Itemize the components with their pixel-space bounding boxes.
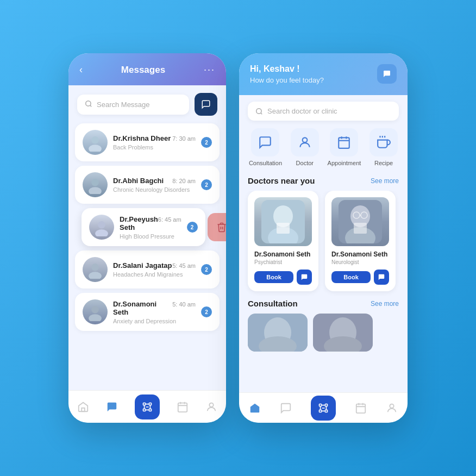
svg-rect-56	[319, 410, 321, 412]
svg-point-8	[91, 264, 99, 271]
nav-messages[interactable]	[101, 398, 123, 416]
back-button[interactable]: ‹	[79, 64, 83, 76]
doctors-list: Dr.Sonamoni Seth Psychiatrist Book	[239, 191, 408, 297]
message-list: Dr.Krishna Dheer 7: 30 am Back Problems …	[68, 123, 226, 331]
doctor-specialty: Neurologist	[331, 259, 389, 265]
consultation-title: Consultation	[248, 299, 298, 308]
svg-rect-55	[325, 404, 327, 406]
scan-active-button[interactable]	[135, 394, 160, 419]
unread-badge: 2	[201, 306, 212, 317]
nav-home[interactable]	[243, 399, 266, 417]
appointment-icon	[330, 128, 358, 156]
messages-header: ‹ Messages ···	[68, 53, 226, 85]
consult-card[interactable]	[313, 314, 373, 352]
message-content: Dr.Sonamoni Seth 5: 40 am Anxiety and De…	[113, 300, 196, 324]
see-more-consultation[interactable]: See more	[371, 300, 399, 308]
qa-label: Recipe	[374, 160, 393, 166]
doctor-name: Dr.Sonamoni Seth	[331, 250, 389, 258]
message-time: 7: 30 am	[172, 135, 196, 142]
message-item-active[interactable]: Dr.Peeyush Seth 6: 45 am High Blood Pres…	[82, 208, 205, 246]
scan-active-button[interactable]	[311, 396, 336, 421]
notification-button[interactable]	[377, 64, 397, 84]
svg-line-1	[90, 105, 92, 107]
consultation-list	[248, 314, 399, 352]
compose-button[interactable]	[195, 93, 217, 116]
greeting: Hi, Keshav ! How do you feel today?	[250, 64, 324, 84]
search-placeholder: Search doctor or clinic	[267, 107, 337, 115]
message-button[interactable]	[297, 270, 312, 285]
doctor-photo	[254, 197, 312, 246]
svg-point-6	[98, 221, 105, 229]
qa-consultation[interactable]: Consultation	[249, 128, 282, 166]
svg-point-0	[86, 101, 91, 105]
unread-badge: 2	[201, 179, 212, 190]
feel-text: How do you feel today?	[250, 76, 324, 84]
active-message-row: Dr.Peeyush Seth 6: 45 am High Blood Pres…	[82, 208, 215, 246]
svg-point-29	[302, 137, 307, 142]
qa-doctor[interactable]: Doctor	[291, 128, 319, 166]
nav-scan[interactable]	[129, 391, 165, 423]
svg-point-9	[89, 272, 102, 279]
svg-rect-57	[325, 410, 327, 412]
doctor-search[interactable]: Search doctor or clinic	[248, 102, 399, 121]
svg-rect-44	[354, 223, 367, 234]
search-icon	[255, 108, 263, 115]
avatar	[83, 172, 108, 197]
message-subtitle: Headaches And Migraines	[113, 271, 196, 278]
message-content: Dr.Abhi Bagchi 8: 20 am Chronic Neurolog…	[113, 177, 196, 193]
message-subtitle: High Blood Pressure	[120, 233, 181, 240]
nav-profile[interactable]	[200, 398, 223, 416]
svg-point-5	[89, 187, 102, 194]
nav-chat[interactable]	[274, 399, 297, 417]
svg-rect-40	[277, 223, 290, 234]
hi-text: Hi, Keshav !	[250, 64, 324, 74]
left-phone: ‹ Messages ··· Search Message	[68, 53, 226, 423]
doctor-icon	[291, 128, 319, 156]
qa-recipe[interactable]: Recipe	[369, 128, 398, 166]
delete-button[interactable]	[208, 213, 226, 241]
right-phone: Hi, Keshav ! How do you feel today? Sear…	[239, 53, 408, 423]
bottom-navigation	[68, 390, 226, 423]
message-item[interactable]: Dr.Krishna Dheer 7: 30 am Back Problems …	[75, 123, 220, 161]
svg-rect-15	[143, 409, 145, 411]
qa-appointment[interactable]: Appointment	[328, 128, 361, 166]
home-header: Hi, Keshav ! How do you feel today?	[239, 53, 408, 95]
see-more-doctors[interactable]: See more	[371, 177, 399, 185]
message-item[interactable]: Dr.Sonamoni Seth 5: 40 am Anxiety and De…	[75, 293, 220, 331]
doctor-card: Dr.Sonamoni Seth Neurologist Book	[325, 191, 396, 291]
book-button[interactable]: Book	[254, 271, 293, 283]
book-button[interactable]: Book	[331, 271, 371, 283]
svg-line-28	[261, 112, 262, 114]
svg-point-3	[89, 145, 102, 152]
search-input[interactable]: Search Message	[77, 95, 189, 115]
qa-label: Appointment	[328, 160, 361, 166]
message-content: Dr.Krishna Dheer 7: 30 am Back Problems	[113, 134, 196, 151]
qa-label: Doctor	[296, 160, 314, 166]
nav-scan[interactable]	[305, 392, 341, 423]
unread-badge: 2	[201, 137, 212, 148]
consultation-icon	[251, 128, 279, 156]
svg-point-27	[256, 108, 261, 113]
svg-rect-63	[356, 404, 366, 413]
nav-profile[interactable]	[380, 399, 403, 417]
message-item[interactable]: Dr.Abhi Bagchi 8: 20 am Chronic Neurolog…	[75, 166, 220, 204]
consult-card[interactable]	[248, 314, 308, 352]
more-button[interactable]: ···	[204, 64, 215, 76]
nav-home[interactable]	[72, 398, 95, 416]
doctor-name: Dr.Sonamoni Seth	[254, 250, 312, 258]
consultation-header: Consultation See more	[248, 299, 399, 308]
avatar	[83, 257, 108, 282]
doctor-name: Dr.Peeyush Seth	[120, 215, 158, 231]
doctor-name: Dr.Krishna Dheer	[113, 134, 171, 142]
nav-calendar[interactable]	[171, 398, 194, 416]
nav-calendar[interactable]	[349, 399, 372, 417]
svg-rect-16	[149, 409, 151, 411]
message-item[interactable]: Dr.Salani Jagatap 5: 45 am Headaches And…	[75, 250, 220, 289]
qa-label: Consultation	[249, 160, 282, 166]
message-subtitle: Anxiety and Depression	[113, 318, 196, 324]
avatar	[83, 130, 108, 155]
message-button[interactable]	[374, 270, 389, 285]
avatar	[89, 215, 114, 240]
svg-rect-54	[319, 404, 321, 406]
card-actions: Book	[331, 270, 389, 285]
